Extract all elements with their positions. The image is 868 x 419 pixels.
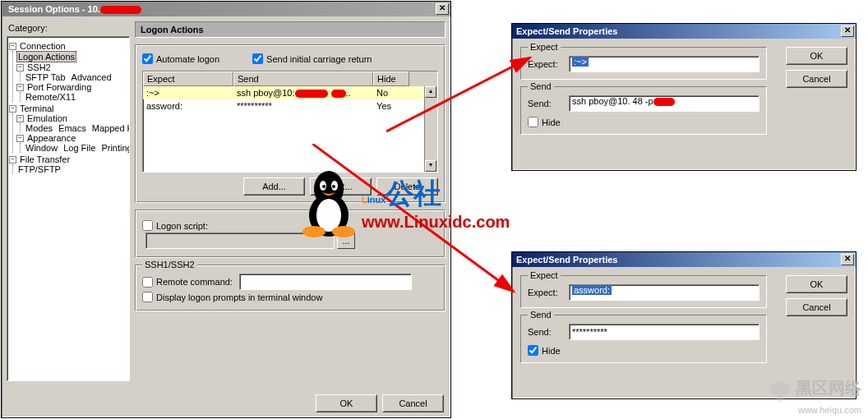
hide-checkbox[interactable]: Hide [528, 117, 760, 127]
col-hide[interactable]: Hide [373, 71, 409, 86]
titlebar[interactable]: Expect/Send Properties ✕ [512, 252, 856, 267]
ssh-group: SSH1/SSH2 Remote command: Display logon … [135, 265, 446, 311]
col-send[interactable]: Send [233, 71, 373, 86]
tree-printing[interactable]: Printing [99, 143, 130, 153]
remote-command-checkbox[interactable]: Remote command: [142, 274, 438, 290]
tree-mapped-keys[interactable]: Mapped Keys [90, 123, 130, 133]
tree-emulation[interactable]: Emulation [25, 113, 69, 123]
list-row[interactable]: :~> ssh pboy@10:.. No [143, 86, 437, 99]
expect-send-list[interactable]: Expect Send Hide :~> ssh pboy@10:.. No a… [142, 71, 438, 173]
expect-label: Expect: [528, 59, 564, 69]
send-group: Send Send: Hide [520, 315, 767, 363]
ok-button[interactable]: OK [316, 394, 377, 412]
svg-rect-12 [777, 390, 783, 402]
tree-file-transfer[interactable]: File Transfer [18, 154, 72, 164]
scroll-up-icon[interactable]: ▴ [425, 86, 436, 98]
ok-button[interactable]: OK [786, 47, 847, 65]
display-prompts-checkbox[interactable]: Display logon prompts in terminal window [142, 292, 438, 302]
close-icon[interactable]: ✕ [841, 254, 854, 265]
ssh-legend: SSH1/SSH2 [142, 260, 197, 269]
session-options-dialog: Session Options - 10. ✕ Category: −Conne… [1, 1, 451, 418]
send-label: Send: [528, 327, 564, 337]
col-expect[interactable]: Expect [143, 71, 233, 86]
send-input[interactable] [569, 324, 760, 340]
tree-window[interactable]: Window [24, 143, 59, 153]
cancel-button[interactable]: Cancel [786, 298, 847, 316]
tree-sftp-tab[interactable]: SFTP Tab [24, 72, 67, 82]
logon-script-checkbox[interactable]: Logon script: [142, 220, 438, 231]
expect-label: Expect: [528, 288, 564, 297]
close-icon[interactable]: ✕ [436, 3, 449, 15]
tree-ssh2[interactable]: SSH2 [25, 62, 53, 72]
scrollbar[interactable]: ▴ ▾ [424, 86, 437, 172]
titlebar[interactable]: Expect/Send Properties ✕ [512, 24, 856, 39]
expect-send-dialog-1: Expect/Send Properties ✕ Expect Expect: … [511, 23, 856, 171]
expect-group: Expect Expect: :~> [520, 47, 767, 80]
send-label: Send: [528, 99, 564, 108]
cancel-button[interactable]: Cancel [382, 394, 444, 412]
logon-group: Automate logon Send initial carriage ret… [135, 44, 446, 203]
hide-checkbox[interactable]: Hide [528, 345, 760, 356]
send-input[interactable]: ssh pboy@10. 48 -p [569, 95, 760, 112]
category-label: Category: [8, 23, 130, 33]
expect-group: Expect Expect: assword: [520, 275, 767, 308]
tree-emacs[interactable]: Emacs [57, 123, 88, 133]
delete-button[interactable]: Delete [376, 177, 438, 196]
tree-connection[interactable]: Connection [18, 41, 67, 51]
tree-advanced[interactable]: Advanced [70, 72, 113, 82]
send-group: Send Send: ssh pboy@10. 48 -p Hide [520, 86, 767, 135]
tree-toggle-icon[interactable]: − [9, 105, 16, 113]
tree-toggle-icon[interactable]: − [16, 64, 24, 71]
tree-remote-x11[interactable]: Remote/X11 [24, 92, 77, 102]
tree-logon-actions[interactable]: Logon Actions [16, 51, 76, 62]
panel-header: Logon Actions [135, 21, 446, 38]
window-title: Session Options - 10. [3, 4, 436, 14]
watermark-heiqu: 黑区网络 www.heiqu.com [768, 377, 861, 416]
window-title: Expect/Send Properties [514, 26, 841, 36]
tree-toggle-icon[interactable]: − [9, 156, 16, 163]
tree-ftp-sftp[interactable]: FTP/SFTP [16, 164, 62, 174]
logon-script-group: Logon script: ... [135, 210, 446, 258]
send-initial-checkbox[interactable]: Send initial carriage return [252, 53, 372, 64]
mushroom-icon [768, 379, 792, 403]
tree-log-file[interactable]: Log File [62, 143, 97, 153]
tree-port-forwarding[interactable]: Port Forwarding [25, 82, 93, 92]
close-icon[interactable]: ✕ [841, 25, 854, 37]
tree-toggle-icon[interactable]: − [16, 115, 24, 122]
tree-terminal[interactable]: Terminal [18, 104, 56, 113]
tree-toggle-icon[interactable]: − [9, 43, 16, 50]
ok-button[interactable]: OK [786, 275, 847, 293]
browse-button[interactable]: ... [337, 233, 355, 249]
tree-modes[interactable]: Modes [24, 123, 54, 133]
automate-logon-checkbox[interactable]: Automate logon [142, 53, 219, 64]
category-tree[interactable]: −Connection Logon Actions −SSH2 SFTP Tab… [7, 36, 130, 381]
list-row[interactable]: assword: ********** Yes [143, 99, 437, 113]
scroll-down-icon[interactable]: ▾ [425, 160, 436, 172]
tree-appearance[interactable]: Appearance [25, 133, 77, 143]
titlebar[interactable]: Session Options - 10. ✕ [2, 2, 450, 16]
edit-button[interactable]: Edit... [310, 177, 372, 196]
logon-script-input[interactable] [145, 233, 335, 249]
tree-toggle-icon[interactable]: − [16, 84, 24, 91]
window-title: Expect/Send Properties [514, 255, 841, 265]
expect-input[interactable]: assword: [569, 284, 760, 301]
add-button[interactable]: Add... [243, 177, 305, 196]
remote-command-input[interactable] [239, 274, 412, 290]
tree-toggle-icon[interactable]: − [16, 135, 24, 142]
cancel-button[interactable]: Cancel [786, 70, 847, 88]
expect-input[interactable]: :~> [569, 56, 760, 72]
